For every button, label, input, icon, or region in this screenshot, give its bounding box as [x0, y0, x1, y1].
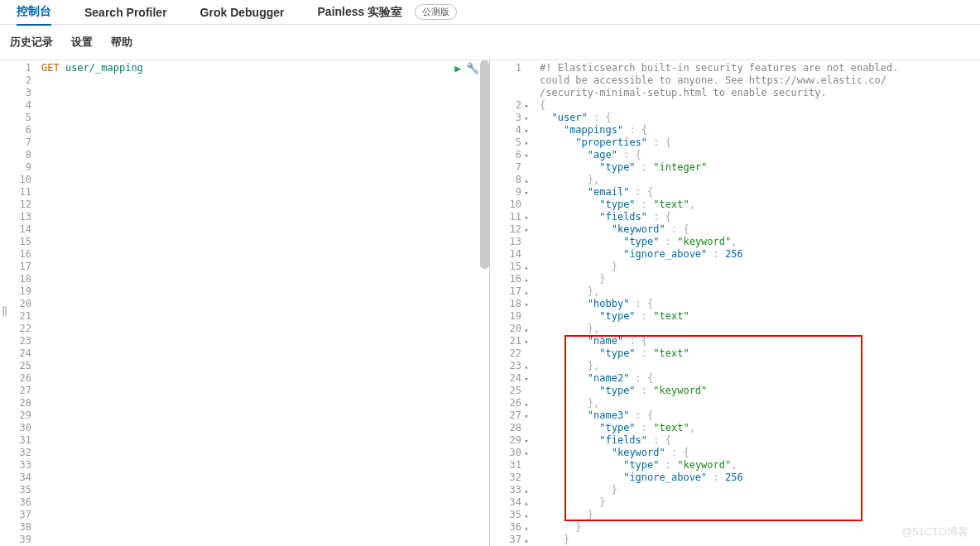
beta-badge: 公测版 — [415, 4, 457, 20]
subtab-settings[interactable]: 设置 — [71, 31, 93, 53]
tab-search-profiler[interactable]: Search Profiler — [84, 1, 167, 24]
tab-console[interactable]: 控制台 — [17, 0, 51, 26]
tab-grok-debugger[interactable]: Grok Debugger — [200, 1, 285, 24]
highlight-box — [564, 335, 862, 521]
wrench-icon[interactable]: 🔧 — [466, 62, 479, 74]
subtab-help[interactable]: 帮助 — [111, 31, 132, 53]
panel-divider-handle[interactable]: ‖ — [0, 305, 7, 318]
watermark: @51CTO博客 — [901, 524, 968, 539]
request-code[interactable]: GET user/_mapping — [36, 60, 489, 546]
subtab-history[interactable]: 历史记录 — [10, 31, 53, 53]
main-tabs: 控制台 Search Profiler Grok Debugger Painle… — [0, 0, 980, 25]
request-gutter: 1234567891011121314151617181920212223242… — [0, 60, 36, 546]
response-viewer[interactable]: ✖ 12▾3▾4▾5▾6▾78▴9▾1011▾12▾131415▴16▴17▴1… — [490, 60, 980, 546]
sub-tabs: 历史记录 设置 帮助 — [0, 25, 980, 60]
run-icon[interactable]: ▶ — [454, 62, 461, 74]
response-gutter: 12▾3▾4▾5▾6▾78▴9▾1011▾12▾131415▴16▴17▴18▾… — [490, 60, 535, 546]
request-editor[interactable]: 1234567891011121314151617181920212223242… — [0, 60, 490, 546]
tab-painless[interactable]: Painless 实验室 — [318, 0, 403, 25]
scrollbar[interactable] — [480, 60, 489, 269]
